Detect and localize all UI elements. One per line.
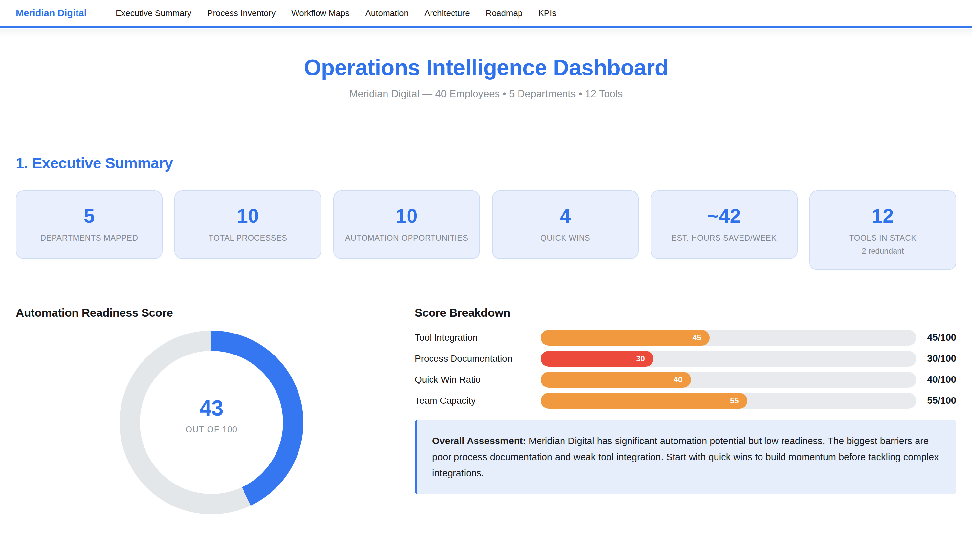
breakdown-row-label: Quick Win Ratio — [415, 375, 541, 385]
stat-card-label: DEPARTMENTS MAPPED — [24, 232, 154, 245]
summary-columns: Automation Readiness Score 43 OUT OF 100… — [0, 306, 972, 514]
readiness-heading: Automation Readiness Score — [16, 306, 407, 319]
readiness-donut-wrap: 43 OUT OF 100 — [16, 330, 407, 514]
breakdown-row-fill: 55 — [541, 393, 747, 409]
stat-card-value: 4 — [500, 205, 630, 226]
breakdown-column: Score Breakdown Tool Integration 45 45/1… — [415, 306, 956, 514]
stat-card-value: 12 — [818, 205, 948, 226]
readiness-donut-chart: 43 OUT OF 100 — [120, 330, 303, 514]
stat-card-tools-in-stack: 12 TOOLS IN STACK 2 redundant — [809, 190, 956, 270]
stat-card-automation-opportunities: 10 AUTOMATION OPPORTUNITIES — [333, 190, 480, 259]
donut-center: 43 OUT OF 100 — [120, 323, 303, 507]
breakdown-row-fill: 40 — [541, 372, 691, 388]
stat-card-label: EST. HOURS SAVED/WEEK — [659, 232, 789, 245]
nav-item-kpis[interactable]: KPIs — [538, 8, 556, 18]
breakdown-row-track: 45 — [541, 330, 916, 346]
breakdown-row-quick-win-ratio: Quick Win Ratio 40 40/100 — [415, 372, 956, 388]
breakdown-rows: Tool Integration 45 45/100 Process Docum… — [415, 330, 956, 409]
breakdown-row-fill: 30 — [541, 351, 654, 367]
breakdown-row-track: 30 — [541, 351, 916, 367]
donut-score-value: 43 — [199, 395, 223, 420]
breakdown-row-total: 30/100 — [916, 353, 956, 364]
nav-item-automation[interactable]: Automation — [365, 8, 408, 18]
readiness-column: Automation Readiness Score 43 OUT OF 100 — [16, 306, 407, 514]
stat-card-label: QUICK WINS — [500, 232, 630, 245]
nav-item-roadmap[interactable]: Roadmap — [486, 8, 523, 18]
donut-score-sublabel: OUT OF 100 — [185, 425, 237, 435]
breakdown-row-fill: 45 — [541, 330, 710, 346]
stat-card-value: ~42 — [659, 205, 789, 226]
stat-card-departments-mapped: 5 DEPARTMENTS MAPPED — [16, 190, 163, 259]
breakdown-row-team-capacity: Team Capacity 55 55/100 — [415, 393, 956, 409]
stat-card-sublabel: 2 redundant — [818, 247, 948, 256]
stat-card-value: 10 — [342, 205, 472, 226]
stat-cards-row: 5 DEPARTMENTS MAPPED 10 TOTAL PROCESSES … — [16, 190, 956, 270]
assessment-title: Overall Assessment: — [432, 436, 526, 446]
breakdown-heading: Score Breakdown — [415, 306, 956, 319]
hero: Operations Intelligence Dashboard Meridi… — [0, 55, 972, 100]
breakdown-row-track: 55 — [541, 393, 916, 409]
stat-card-value: 5 — [24, 205, 154, 226]
nav-item-architecture[interactable]: Architecture — [424, 8, 470, 18]
breakdown-row-label: Team Capacity — [415, 395, 541, 406]
breakdown-row-total: 55/100 — [916, 395, 956, 406]
nav-item-workflow-maps[interactable]: Workflow Maps — [291, 8, 349, 18]
stat-card-total-processes: 10 TOTAL PROCESSES — [174, 190, 321, 259]
breakdown-row-label: Process Documentation — [415, 353, 541, 364]
stat-card-value: 10 — [183, 205, 313, 226]
assessment-callout: Overall Assessment: Meridian Digital has… — [415, 420, 956, 495]
page-subtitle: Meridian Digital — 40 Employees • 5 Depa… — [0, 88, 972, 100]
top-nav: Meridian Digital Executive SummaryProces… — [0, 0, 972, 28]
nav-item-process-inventory[interactable]: Process Inventory — [207, 8, 275, 18]
stat-card-label: TOOLS IN STACK — [818, 232, 948, 245]
page-title: Operations Intelligence Dashboard — [0, 55, 972, 80]
nav-item-executive-summary[interactable]: Executive Summary — [116, 8, 192, 18]
section-heading-executive-summary: 1. Executive Summary — [16, 154, 956, 172]
breakdown-row-process-documentation: Process Documentation 30 30/100 — [415, 351, 956, 367]
breakdown-row-total: 40/100 — [916, 374, 956, 385]
brand-link[interactable]: Meridian Digital — [16, 8, 87, 19]
stat-card-quick-wins: 4 QUICK WINS — [492, 190, 639, 259]
dashboard-page: Meridian Digital Executive SummaryProces… — [0, 0, 972, 560]
breakdown-row-track: 40 — [541, 372, 916, 388]
breakdown-row-tool-integration: Tool Integration 45 45/100 — [415, 330, 956, 346]
breakdown-row-label: Tool Integration — [415, 333, 541, 343]
nav-items: Executive SummaryProcess InventoryWorkfl… — [116, 8, 556, 18]
stat-card-est-hours-saved-week: ~42 EST. HOURS SAVED/WEEK — [650, 190, 797, 259]
stat-card-label: TOTAL PROCESSES — [183, 232, 313, 245]
stat-card-label: AUTOMATION OPPORTUNITIES — [342, 232, 472, 245]
breakdown-row-total: 45/100 — [916, 332, 956, 343]
